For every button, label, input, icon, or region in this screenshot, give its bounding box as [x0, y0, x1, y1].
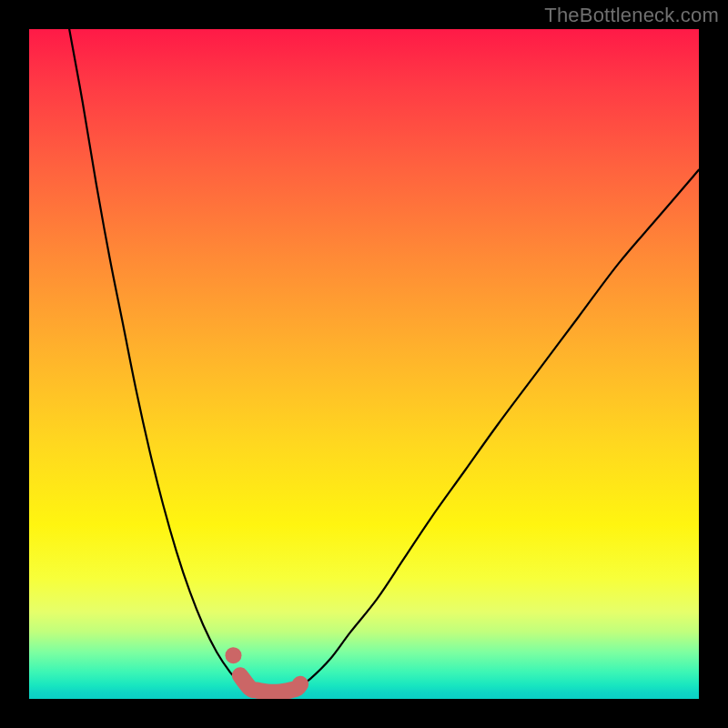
marker-dot: [225, 647, 241, 663]
chart-area: [29, 29, 699, 699]
chart-svg: [29, 29, 699, 699]
bottleneck-curve-left: [69, 29, 250, 689]
bottleneck-curve-right: [297, 170, 699, 689]
watermark-text: TheBottleneck.com: [544, 4, 719, 27]
highlight-segment: [240, 675, 300, 692]
